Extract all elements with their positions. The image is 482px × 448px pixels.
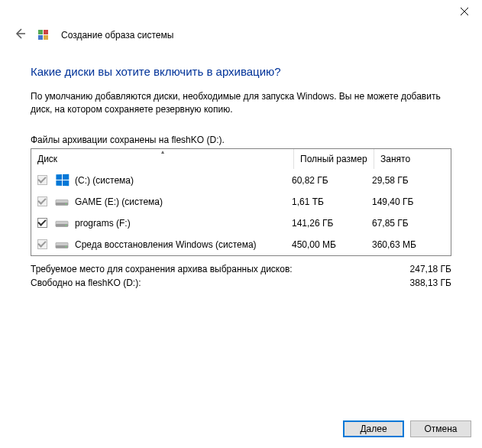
windows-logo-icon xyxy=(55,175,69,186)
backup-location-text: Файлы архивации сохранены на fleshKO (D:… xyxy=(31,135,451,145)
hdd-icon xyxy=(55,218,69,229)
column-header-disk[interactable]: Диск ▴ xyxy=(31,149,294,169)
disk-checkbox xyxy=(37,239,47,249)
disk-size: 450,00 МБ xyxy=(292,239,372,250)
wizard-header: Создание образа системы xyxy=(0,23,482,53)
disk-size: 60,82 ГБ xyxy=(292,175,372,186)
svg-rect-5 xyxy=(38,35,43,40)
svg-rect-4 xyxy=(44,30,48,34)
footer: Далее Отмена xyxy=(343,420,471,437)
svg-point-12 xyxy=(66,225,66,226)
page-description: По умолчанию добавляются диски, необходи… xyxy=(31,90,451,116)
summary: Требуемое место для сохранения архива вы… xyxy=(31,262,451,290)
disk-size: 1,61 ТБ xyxy=(292,196,372,207)
disk-name: Среда восстановления Windows (система) xyxy=(75,239,292,250)
next-button[interactable]: Далее xyxy=(343,420,404,437)
svg-rect-3 xyxy=(38,30,43,34)
disk-size: 141,26 ГБ xyxy=(292,218,372,229)
disk-checkbox xyxy=(37,196,47,206)
disk-name: programs (F:) xyxy=(75,218,292,229)
column-header-used[interactable]: Занято xyxy=(374,149,451,169)
hdd-icon xyxy=(55,196,69,207)
table-row: (C:) (система)60,82 ГБ29,58 ГБ xyxy=(31,170,451,191)
disk-name: GAME (E:) (система) xyxy=(75,196,292,207)
cancel-button[interactable]: Отмена xyxy=(410,420,471,437)
disk-used: 67,85 ГБ xyxy=(372,218,445,229)
back-button[interactable] xyxy=(14,28,26,42)
titlebar xyxy=(0,0,482,23)
window-title: Создание образа системы xyxy=(61,30,173,41)
close-button[interactable] xyxy=(447,0,482,23)
required-space-label: Требуемое место для сохранения архива вы… xyxy=(31,264,293,274)
system-image-icon xyxy=(37,28,50,42)
table-header: Диск ▴ Полный размер Занято xyxy=(31,149,451,170)
disk-checkbox[interactable] xyxy=(37,218,47,228)
svg-point-9 xyxy=(66,203,66,204)
table-row: programs (F:)141,26 ГБ67,85 ГБ xyxy=(31,213,451,234)
required-space-value: 247,18 ГБ xyxy=(410,264,451,274)
content-area: Какие диски вы хотите включить в архивац… xyxy=(0,65,482,290)
table-row: GAME (E:) (система)1,61 ТБ149,40 ГБ xyxy=(31,191,451,213)
disk-used: 149,40 ГБ xyxy=(372,196,445,207)
disk-name: (C:) (система) xyxy=(75,175,292,186)
back-arrow-icon xyxy=(14,28,26,40)
free-space-label: Свободно на fleshKO (D:): xyxy=(31,278,141,288)
close-icon xyxy=(461,8,468,15)
sort-indicator-icon: ▴ xyxy=(161,148,164,155)
disk-table: Диск ▴ Полный размер Занято (C:) (систем… xyxy=(31,148,451,256)
svg-point-15 xyxy=(66,246,66,247)
column-header-size[interactable]: Полный размер xyxy=(294,149,374,169)
disk-used: 360,63 МБ xyxy=(372,239,445,250)
svg-rect-6 xyxy=(44,35,48,40)
page-heading: Какие диски вы хотите включить в архивац… xyxy=(31,65,451,78)
table-row: Среда восстановления Windows (система)45… xyxy=(31,234,451,255)
disk-checkbox xyxy=(37,175,47,185)
free-space-value: 388,13 ГБ xyxy=(410,278,451,288)
hdd-icon xyxy=(55,239,69,250)
disk-used: 29,58 ГБ xyxy=(372,175,445,186)
